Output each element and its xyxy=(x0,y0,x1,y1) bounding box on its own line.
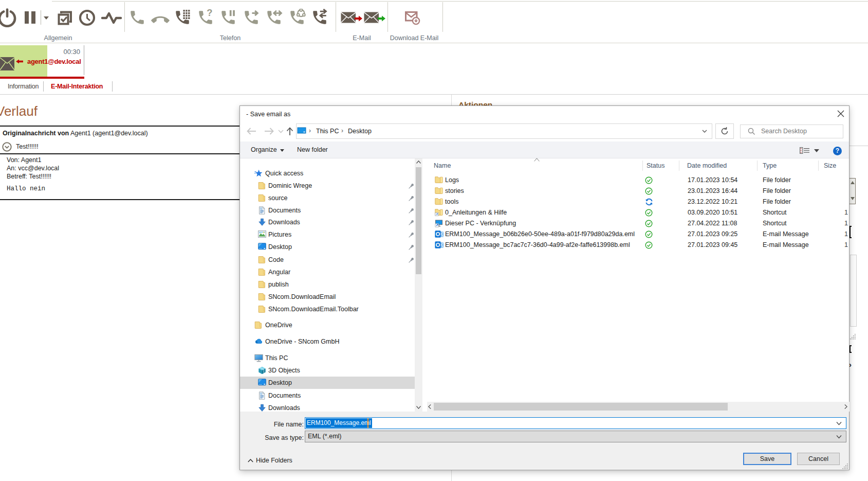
svg-text:O: O xyxy=(436,242,440,248)
svg-text:O: O xyxy=(436,231,440,237)
svg-text:?: ? xyxy=(207,9,212,18)
